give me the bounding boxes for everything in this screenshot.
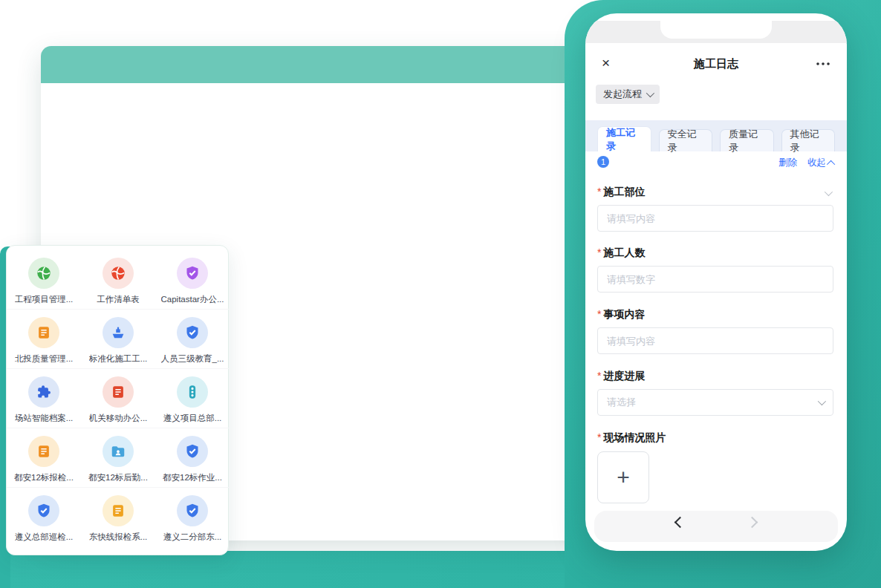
more-icon[interactable] <box>816 53 830 70</box>
delete-button[interactable]: 删除 <box>778 157 797 169</box>
field-label-progress: *进度进展 <box>597 370 645 383</box>
phone-tabs: 施工记录安全记录质量记录其他记录 <box>597 126 835 151</box>
nav-forward-icon[interactable] <box>747 517 758 529</box>
photo-upload-button[interactable]: + <box>597 451 649 503</box>
phone-notch <box>660 21 772 39</box>
globe-icon <box>103 258 134 289</box>
app-tile[interactable]: Capitastar办公... <box>155 250 230 310</box>
app-grid: 工程项目管理... 工作清单表 Capitastar办公... 北投质量管理..… <box>7 250 230 547</box>
shield-check-icon <box>177 436 208 467</box>
chevron-down-icon[interactable] <box>825 188 833 196</box>
start-flow-button[interactable]: 发起流程 <box>596 85 660 104</box>
app-tile-label: 工作清单表 <box>97 294 140 305</box>
phone-tab-item[interactable]: 其他记录 <box>781 129 836 151</box>
chevron-down-icon <box>818 397 826 405</box>
field-label-photos: *现场情况照片 <box>597 431 666 445</box>
phone-tab-item[interactable]: 质量记录 <box>720 129 774 151</box>
field-label-part: *施工部位 <box>597 186 645 199</box>
field-label-headcount: *施工人数 <box>597 246 645 260</box>
app-tile-label: Capitastar办公... <box>161 294 224 305</box>
app-tile-label: 东快线报检系... <box>89 532 148 543</box>
app-tile-label: 标准化施工工... <box>89 353 148 365</box>
puzzle-icon <box>28 376 59 408</box>
app-tile[interactable]: 机关移动办公... <box>81 369 155 428</box>
collapse-button[interactable]: 收起 <box>807 157 835 169</box>
document-icon <box>28 317 59 348</box>
app-tile[interactable]: 遵义项目总部... <box>155 369 230 428</box>
phone-tab-active[interactable]: 施工记录 <box>597 126 651 151</box>
app-tile-label: 工程项目管理... <box>15 294 74 305</box>
app-tile[interactable]: 都安12标作业... <box>155 428 230 488</box>
app-tile-label: 遵义二分部东... <box>163 532 222 543</box>
app-tile[interactable]: 遵义总部巡检... <box>7 488 81 547</box>
plus-icon: + <box>617 465 630 490</box>
app-tile-label: 机关移动办公... <box>89 413 148 424</box>
app-tile[interactable]: 遵义二分部东... <box>155 488 230 547</box>
traffic-light-icon <box>177 376 208 408</box>
chevron-down-icon <box>646 89 654 97</box>
shield-check-icon <box>177 258 208 289</box>
ship-icon <box>103 317 134 348</box>
nav-back-icon[interactable] <box>674 517 686 529</box>
record-count-badge: 1 <box>597 156 609 168</box>
shield-check-icon <box>28 495 59 526</box>
app-tile-label: 人员三级教育_... <box>161 353 224 365</box>
app-tile-label: 北投质量管理... <box>15 353 74 365</box>
app-tile-label: 遵义总部巡检... <box>15 532 74 543</box>
record-toolbar: 1 删除 收起 <box>597 154 835 171</box>
app-tile[interactable]: 都安12标报检... <box>7 428 81 488</box>
phone-tab-item[interactable]: 安全记录 <box>659 129 713 151</box>
app-tile-label: 场站智能档案... <box>15 413 74 424</box>
field-input-part[interactable] <box>597 205 833 232</box>
field-select-progress[interactable]: 请选择 <box>597 389 833 416</box>
start-flow-label: 发起流程 <box>603 88 642 101</box>
page-canvas: 施工日志打印 表单字段 系统字段 所属项目 施工员 施工日期 上午天气 宋体 9… <box>0 0 881 588</box>
document-icon <box>103 376 134 408</box>
field-input-headcount[interactable] <box>597 266 833 293</box>
document-icon <box>28 436 59 467</box>
app-tile-label: 都安12标后勤... <box>88 472 148 483</box>
shield-check-icon <box>177 495 208 526</box>
phone-header: × 施工日志 <box>585 52 847 77</box>
app-tile[interactable]: 北投质量管理... <box>7 310 81 369</box>
shield-check-icon <box>177 317 208 348</box>
app-tile[interactable]: 工程项目管理... <box>7 250 81 310</box>
app-tile[interactable]: 人员三级教育_... <box>155 310 230 369</box>
app-tile-label: 都安12标报检... <box>14 472 74 483</box>
field-label-content: *事项内容 <box>597 308 645 321</box>
phone-mockup: × 施工日志 发起流程 施工记录安全记录质量记录其他记录 1 删除 收起 *施工… <box>585 13 847 551</box>
folder-user-icon <box>103 436 134 467</box>
field-input-content[interactable] <box>597 327 833 354</box>
globe-icon <box>28 258 59 289</box>
app-tile-label: 都安12标作业... <box>163 472 222 483</box>
chevron-up-icon <box>827 160 835 168</box>
phone-page-title: 施工日志 <box>585 57 847 71</box>
phone-bottom-nav <box>594 511 838 542</box>
app-tile[interactable]: 东快线报检系... <box>81 488 155 547</box>
app-tile[interactable]: 场站智能档案... <box>7 369 81 428</box>
app-tile[interactable]: 工作清单表 <box>81 250 155 310</box>
app-tile-label: 遵义项目总部... <box>163 413 222 424</box>
document-icon <box>103 495 134 526</box>
app-tile[interactable]: 标准化施工工... <box>81 310 155 369</box>
app-launcher-panel: 工程项目管理... 工作清单表 Capitastar办公... 北投质量管理..… <box>6 245 229 555</box>
app-tile[interactable]: 都安12标后勤... <box>81 428 155 488</box>
